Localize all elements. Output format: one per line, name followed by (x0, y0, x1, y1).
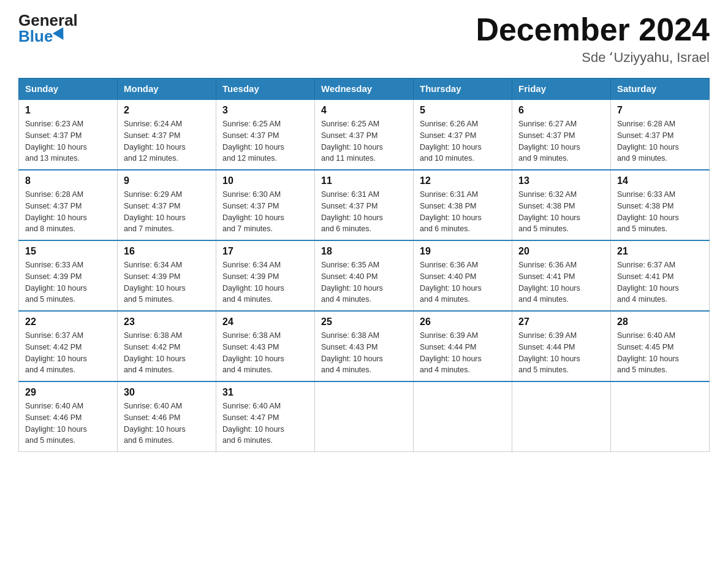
calendar-week-row: 29Sunrise: 6:40 AM Sunset: 4:46 PM Dayli… (19, 381, 710, 452)
day-info: Sunrise: 6:38 AM Sunset: 4:43 PM Dayligh… (321, 330, 407, 376)
calendar-cell (315, 381, 414, 452)
calendar-header-thursday: Thursday (414, 79, 512, 100)
calendar-cell: 24Sunrise: 6:38 AM Sunset: 4:43 PM Dayli… (216, 311, 315, 381)
day-number: 28 (617, 316, 703, 327)
day-info: Sunrise: 6:33 AM Sunset: 4:38 PM Dayligh… (617, 189, 703, 235)
calendar-cell: 15Sunrise: 6:33 AM Sunset: 4:39 PM Dayli… (19, 240, 118, 311)
day-number: 10 (222, 175, 308, 186)
day-info: Sunrise: 6:25 AM Sunset: 4:37 PM Dayligh… (321, 118, 407, 164)
day-number: 6 (518, 105, 604, 116)
day-number: 22 (25, 316, 111, 327)
calendar-week-row: 15Sunrise: 6:33 AM Sunset: 4:39 PM Dayli… (19, 240, 710, 311)
calendar-header-row: SundayMondayTuesdayWednesdayThursdayFrid… (19, 79, 710, 100)
day-number: 27 (518, 316, 604, 327)
day-number: 5 (420, 105, 506, 116)
day-info: Sunrise: 6:30 AM Sunset: 4:37 PM Dayligh… (222, 189, 308, 235)
day-info: Sunrise: 6:25 AM Sunset: 4:37 PM Dayligh… (222, 118, 308, 164)
calendar-cell (611, 381, 710, 452)
day-info: Sunrise: 6:40 AM Sunset: 4:45 PM Dayligh… (617, 330, 703, 376)
logo-blue-text: Blue (18, 28, 67, 44)
day-info: Sunrise: 6:40 AM Sunset: 4:46 PM Dayligh… (124, 400, 210, 446)
day-number: 12 (420, 175, 506, 186)
day-info: Sunrise: 6:31 AM Sunset: 4:37 PM Dayligh… (321, 189, 407, 235)
day-info: Sunrise: 6:29 AM Sunset: 4:37 PM Dayligh… (124, 189, 210, 235)
day-info: Sunrise: 6:23 AM Sunset: 4:37 PM Dayligh… (25, 118, 111, 164)
day-info: Sunrise: 6:27 AM Sunset: 4:37 PM Dayligh… (518, 118, 604, 164)
day-number: 4 (321, 105, 407, 116)
day-info: Sunrise: 6:34 AM Sunset: 4:39 PM Dayligh… (222, 259, 308, 305)
day-info: Sunrise: 6:24 AM Sunset: 4:37 PM Dayligh… (124, 118, 210, 164)
calendar-cell: 25Sunrise: 6:38 AM Sunset: 4:43 PM Dayli… (315, 311, 414, 381)
day-info: Sunrise: 6:37 AM Sunset: 4:41 PM Dayligh… (617, 259, 703, 305)
calendar-header-wednesday: Wednesday (315, 79, 414, 100)
day-number: 31 (222, 387, 308, 398)
day-number: 30 (124, 387, 210, 398)
day-info: Sunrise: 6:36 AM Sunset: 4:41 PM Dayligh… (518, 259, 604, 305)
day-info: Sunrise: 6:33 AM Sunset: 4:39 PM Dayligh… (25, 259, 111, 305)
calendar-cell: 21Sunrise: 6:37 AM Sunset: 4:41 PM Dayli… (611, 240, 710, 311)
day-info: Sunrise: 6:40 AM Sunset: 4:47 PM Dayligh… (222, 400, 308, 446)
calendar-cell: 27Sunrise: 6:39 AM Sunset: 4:44 PM Dayli… (512, 311, 611, 381)
calendar-cell (414, 381, 512, 452)
calendar-header-friday: Friday (512, 79, 611, 100)
calendar-cell: 22Sunrise: 6:37 AM Sunset: 4:42 PM Dayli… (19, 311, 118, 381)
day-number: 17 (222, 246, 308, 257)
calendar-cell: 12Sunrise: 6:31 AM Sunset: 4:38 PM Dayli… (414, 170, 512, 240)
day-info: Sunrise: 6:37 AM Sunset: 4:42 PM Dayligh… (25, 330, 111, 376)
day-number: 16 (124, 246, 210, 257)
calendar-cell: 26Sunrise: 6:39 AM Sunset: 4:44 PM Dayli… (414, 311, 512, 381)
logo: General Blue (18, 12, 78, 44)
calendar-cell: 28Sunrise: 6:40 AM Sunset: 4:45 PM Dayli… (611, 311, 710, 381)
calendar-cell (512, 381, 611, 452)
calendar-week-row: 8Sunrise: 6:28 AM Sunset: 4:37 PM Daylig… (19, 170, 710, 240)
calendar-cell: 10Sunrise: 6:30 AM Sunset: 4:37 PM Dayli… (216, 170, 315, 240)
day-number: 14 (617, 175, 703, 186)
month-title: December 2024 (476, 12, 710, 47)
day-number: 25 (321, 316, 407, 327)
day-number: 8 (25, 175, 111, 186)
day-number: 13 (518, 175, 604, 186)
calendar-cell: 18Sunrise: 6:35 AM Sunset: 4:40 PM Dayli… (315, 240, 414, 311)
calendar-cell: 23Sunrise: 6:38 AM Sunset: 4:42 PM Dayli… (118, 311, 216, 381)
day-number: 21 (617, 246, 703, 257)
calendar-cell: 6Sunrise: 6:27 AM Sunset: 4:37 PM Daylig… (512, 99, 611, 170)
day-number: 11 (321, 175, 407, 186)
day-info: Sunrise: 6:32 AM Sunset: 4:38 PM Dayligh… (518, 189, 604, 235)
calendar-cell: 5Sunrise: 6:26 AM Sunset: 4:37 PM Daylig… (414, 99, 512, 170)
calendar-cell: 17Sunrise: 6:34 AM Sunset: 4:39 PM Dayli… (216, 240, 315, 311)
title-block: December 2024 Sde ʻUziyyahu, Israel (476, 12, 710, 66)
day-info: Sunrise: 6:40 AM Sunset: 4:46 PM Dayligh… (25, 400, 111, 446)
calendar-cell: 1Sunrise: 6:23 AM Sunset: 4:37 PM Daylig… (19, 99, 118, 170)
calendar-cell: 2Sunrise: 6:24 AM Sunset: 4:37 PM Daylig… (118, 99, 216, 170)
calendar-cell: 4Sunrise: 6:25 AM Sunset: 4:37 PM Daylig… (315, 99, 414, 170)
day-info: Sunrise: 6:28 AM Sunset: 4:37 PM Dayligh… (25, 189, 111, 235)
calendar-header-tuesday: Tuesday (216, 79, 315, 100)
location-title: Sde ʻUziyyahu, Israel (476, 50, 710, 66)
calendar-cell: 19Sunrise: 6:36 AM Sunset: 4:40 PM Dayli… (414, 240, 512, 311)
day-info: Sunrise: 6:39 AM Sunset: 4:44 PM Dayligh… (518, 330, 604, 376)
calendar-header-saturday: Saturday (611, 79, 710, 100)
day-number: 3 (222, 105, 308, 116)
calendar-cell: 7Sunrise: 6:28 AM Sunset: 4:37 PM Daylig… (611, 99, 710, 170)
logo-triangle-icon (53, 27, 69, 43)
calendar-cell: 3Sunrise: 6:25 AM Sunset: 4:37 PM Daylig… (216, 99, 315, 170)
calendar-table: SundayMondayTuesdayWednesdayThursdayFrid… (18, 78, 710, 452)
calendar-cell: 11Sunrise: 6:31 AM Sunset: 4:37 PM Dayli… (315, 170, 414, 240)
day-info: Sunrise: 6:26 AM Sunset: 4:37 PM Dayligh… (420, 118, 506, 164)
logo-general-text: General (18, 12, 78, 28)
calendar-header-sunday: Sunday (19, 79, 118, 100)
calendar-cell: 16Sunrise: 6:34 AM Sunset: 4:39 PM Dayli… (118, 240, 216, 311)
day-info: Sunrise: 6:34 AM Sunset: 4:39 PM Dayligh… (124, 259, 210, 305)
day-number: 18 (321, 246, 407, 257)
day-number: 19 (420, 246, 506, 257)
page-header: General Blue December 2024 Sde ʻUziyyahu… (18, 12, 710, 66)
calendar-cell: 9Sunrise: 6:29 AM Sunset: 4:37 PM Daylig… (118, 170, 216, 240)
day-number: 9 (124, 175, 210, 186)
day-number: 1 (25, 105, 111, 116)
day-number: 24 (222, 316, 308, 327)
calendar-cell: 20Sunrise: 6:36 AM Sunset: 4:41 PM Dayli… (512, 240, 611, 311)
calendar-week-row: 22Sunrise: 6:37 AM Sunset: 4:42 PM Dayli… (19, 311, 710, 381)
day-number: 29 (25, 387, 111, 398)
calendar-header-monday: Monday (118, 79, 216, 100)
day-number: 7 (617, 105, 703, 116)
